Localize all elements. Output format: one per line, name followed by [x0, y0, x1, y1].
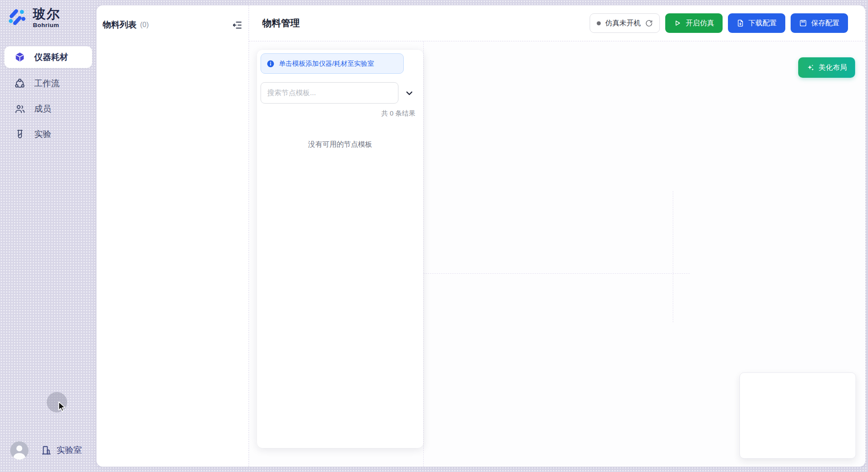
building-icon	[41, 445, 52, 456]
sidebar-item-experiment[interactable]: 实验	[4, 123, 92, 145]
sidebar-item-label: 仪器耗材	[34, 52, 68, 63]
status-label: 仿真未开机	[605, 19, 641, 28]
app-root: 玻尔 Bohrium 仪器耗材 工作流	[0, 0, 868, 472]
brand-name-en: Bohrium	[33, 22, 60, 28]
canvas-minimap[interactable]	[739, 372, 856, 459]
chevron-down-icon[interactable]	[405, 89, 414, 97]
sidebar-item-instruments[interactable]: 仪器耗材	[4, 46, 92, 68]
play-icon	[674, 19, 682, 27]
save-config-button[interactable]: 保存配置	[791, 13, 848, 33]
canvas-guide-line	[673, 191, 673, 322]
workflow-icon	[14, 78, 25, 89]
beautify-layout-button[interactable]: 美化布局	[798, 57, 855, 78]
bohrium-logo-icon	[7, 8, 27, 28]
refresh-icon[interactable]	[645, 20, 653, 27]
members-icon	[14, 104, 25, 115]
save-icon	[799, 19, 807, 27]
workspace-label: 实验室	[56, 444, 82, 456]
sidebar-item-label: 成员	[34, 103, 51, 115]
content-card: 物料列表 (0) 物料管理 仿真未开机	[96, 5, 865, 467]
material-list-title: 物料列表	[103, 19, 137, 31]
page-title: 物料管理	[262, 17, 300, 29]
info-icon	[267, 60, 274, 68]
user-avatar[interactable]	[10, 441, 28, 460]
sidebar-item-workflow[interactable]: 工作流	[4, 72, 92, 95]
mouse-cursor	[56, 400, 68, 414]
node-template-palette: 单击模板添加仪器/耗材至实验室 共 0 条结果 没有可用的节点模板	[257, 50, 423, 448]
sparkles-icon	[806, 64, 815, 72]
status-dot	[597, 21, 601, 25]
search-result-count: 共 0 条结果	[261, 109, 420, 118]
simulation-status-pill[interactable]: 仿真未开机	[590, 13, 660, 33]
test-tube-icon	[14, 129, 25, 140]
start-simulation-label: 开启仿真	[686, 19, 714, 28]
file-download-icon	[736, 19, 744, 27]
header-actions: 仿真未开机 开启仿真	[590, 13, 848, 33]
start-simulation-button[interactable]: 开启仿真	[665, 13, 723, 33]
info-banner: 单击模板添加仪器/耗材至实验室	[261, 53, 404, 74]
sidebar-item-label: 工作流	[34, 78, 60, 89]
brand-name-zh: 玻尔	[33, 7, 60, 21]
template-search-input[interactable]	[261, 82, 398, 104]
collapse-panel-icon[interactable]	[232, 20, 242, 30]
material-list-panel: 物料列表 (0)	[96, 5, 249, 467]
download-config-button[interactable]: 下载配置	[728, 13, 785, 33]
workspace-switcher[interactable]: 实验室	[41, 444, 82, 456]
brand-logo: 玻尔 Bohrium	[7, 7, 60, 28]
sidebar-item-label: 实验	[34, 128, 51, 140]
sidebar: 玻尔 Bohrium 仪器耗材 工作流	[0, 0, 96, 472]
flow-canvas: 单击模板添加仪器/耗材至实验室 共 0 条结果 没有可用的节点模板	[249, 41, 865, 467]
cube-icon	[14, 52, 25, 63]
material-list-count: (0)	[140, 21, 149, 29]
save-config-label: 保存配置	[811, 19, 840, 28]
beautify-layout-label: 美化布局	[819, 63, 847, 72]
download-config-label: 下载配置	[748, 19, 777, 28]
canvas-guide-line	[423, 273, 690, 274]
canvas-guide-line	[423, 41, 424, 467]
info-banner-text: 单击模板添加仪器/耗材至实验室	[279, 60, 374, 68]
sidebar-item-members[interactable]: 成员	[4, 98, 92, 120]
page-header: 物料管理 仿真未开机	[249, 5, 865, 41]
empty-templates-message: 没有可用的节点模板	[261, 140, 420, 149]
